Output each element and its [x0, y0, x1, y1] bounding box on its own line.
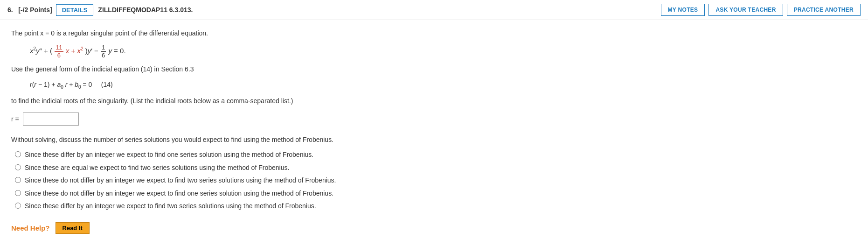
radio-input-3[interactable]	[15, 177, 21, 183]
discuss-text: Without solving, discuss the number of s…	[11, 135, 409, 145]
help-row: Need Help? Read It	[11, 222, 409, 234]
radio-options: Since these differ by an integer we expe…	[15, 150, 409, 211]
r-input[interactable]	[23, 112, 79, 126]
indicial-equation: r(r − 1) + a0 r + b0 = 0 (14)	[30, 79, 409, 91]
need-help-label: Need Help?	[11, 224, 50, 232]
differential-equation: x2y″ + ( 11 6 x + x2 )y′ − 1 6 y = 0.	[30, 44, 409, 59]
read-it-button[interactable]: Read It	[56, 222, 90, 234]
radio-input-2[interactable]	[15, 164, 21, 170]
problem-intro: The point x = 0 is a regular singular po…	[11, 28, 409, 38]
radio-option-2[interactable]: Since these are equal we expect to find …	[15, 163, 409, 173]
question-id: ZILLDIFFEQMODAP11 6.3.013.	[98, 6, 660, 14]
radio-option-5[interactable]: Since these differ by an integer we expe…	[15, 202, 409, 211]
fraction-11-6: 11 6	[55, 44, 63, 59]
top-bar: 6. [-/2 Points] DETAILS ZILLDIFFEQMODAP1…	[0, 0, 868, 20]
practice-another-button[interactable]: PRACTICE ANOTHER	[787, 4, 861, 16]
r-input-row: r =	[11, 112, 409, 126]
radio-input-1[interactable]	[15, 151, 21, 157]
main-content: The point x = 0 is a regular singular po…	[0, 20, 420, 239]
fraction-1-6: 1 6	[101, 44, 106, 59]
details-button[interactable]: DETAILS	[56, 4, 94, 16]
ask-teacher-button[interactable]: ASK YOUR TEACHER	[708, 4, 783, 16]
question-number: 6. [-/2 Points]	[7, 6, 52, 14]
radio-option-4[interactable]: Since these do not differ by an integer …	[15, 189, 409, 198]
my-notes-button[interactable]: MY NOTES	[661, 4, 705, 16]
radio-option-3[interactable]: Since these do not differ by an integer …	[15, 176, 409, 185]
radio-option-1[interactable]: Since these differ by an integer we expe…	[15, 150, 409, 160]
to-find-text: to find the indicial roots of the singul…	[11, 96, 409, 106]
instruction-text: Use the general form of the indicial equ…	[11, 64, 409, 74]
r-label: r =	[11, 115, 19, 123]
radio-input-5[interactable]	[15, 203, 21, 209]
radio-input-4[interactable]	[15, 190, 21, 196]
top-actions: MY NOTES ASK YOUR TEACHER PRACTICE ANOTH…	[661, 4, 861, 16]
